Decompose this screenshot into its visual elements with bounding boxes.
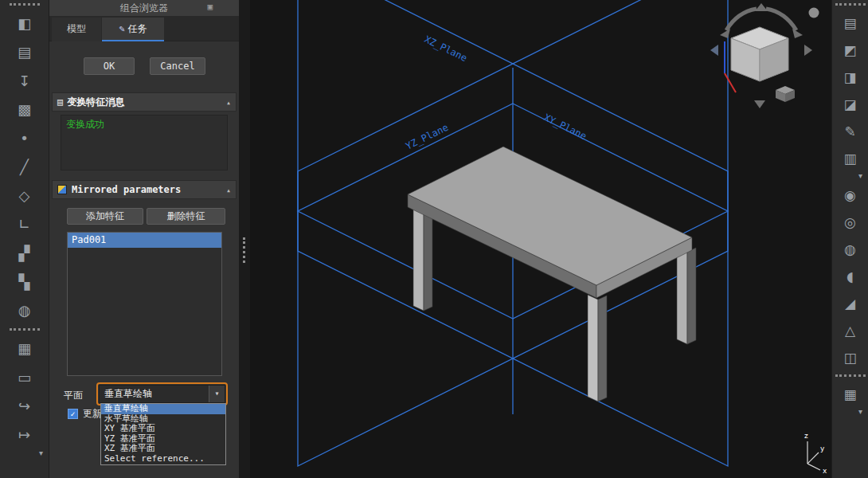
section-title: 变换特征消息 (67, 96, 124, 109)
fillet-icon[interactable]: ◖ (832, 268, 868, 285)
nav-down-arrow-icon[interactable] (754, 100, 765, 108)
feature-list[interactable]: Pad001 (67, 232, 222, 376)
point-icon[interactable]: • (0, 129, 49, 148)
plane-label-xy: XY_Plane (542, 112, 588, 142)
nav-settings-button[interactable] (809, 8, 819, 18)
axis-label-y: y (820, 445, 825, 453)
toolbar-grip[interactable] (835, 3, 866, 7)
table-leg-front-side[interactable] (598, 296, 607, 402)
dropdown-option-5[interactable]: Select reference... (101, 454, 225, 464)
hole-icon[interactable]: ◍ (832, 241, 868, 258)
polygon-icon[interactable]: ◇ (0, 186, 49, 206)
datum-box-icon[interactable]: ◩ (832, 41, 868, 59)
nav-up-arrow-icon[interactable] (755, 3, 768, 11)
draft-icon[interactable]: △ (832, 322, 868, 339)
plane-combobox[interactable]: 垂直草绘轴 ▾ (99, 385, 225, 403)
transform-message-box: 变换成功 (61, 115, 228, 170)
rotate-right-arrowhead-icon[interactable] (792, 29, 803, 38)
axis-label-z: z (804, 432, 808, 440)
transform-success-message: 变换成功 (66, 119, 104, 130)
export-icon[interactable]: ↦ (0, 425, 49, 445)
tab-task-label: 任务 (128, 23, 147, 34)
table-leg-right-side[interactable] (687, 248, 696, 344)
detach-panel-icon[interactable]: ▣ (207, 2, 213, 12)
toolbar-overflow-icon[interactable]: ▾ (0, 449, 49, 459)
workbench-cube-icon[interactable]: ◧ (0, 14, 49, 33)
add-feature-button[interactable]: 添加特征 (67, 208, 143, 225)
import-icon[interactable]: ↧ (0, 72, 49, 91)
toolbar-grip[interactable] (10, 328, 40, 332)
panel-tabs: 模型 ✎任务 (49, 16, 239, 41)
parts-box-icon[interactable]: ▦ (0, 339, 49, 358)
mirror-feature-icon[interactable]: ◫ (832, 349, 868, 366)
share-icon[interactable]: ↪ (0, 397, 49, 416)
right-toolbar: ▤ ◩ ◨ ◪ ✎ ▥ ▾ ◉ ◎ ◍ ◖ ◢ △ ◫ ▦ ▾ (831, 0, 868, 478)
mirrored-parameters-section-header[interactable]: Mirrored parameters ▴ (52, 180, 237, 199)
axis-triad (807, 441, 820, 470)
boolean-icon[interactable]: ▦ (832, 386, 868, 403)
dropdown-option-2[interactable]: XY 基准平面 (101, 424, 225, 434)
transform-message-section-header[interactable]: ▤ 变换特征消息 ▴ (52, 92, 237, 112)
rotate-right-arrow-icon[interactable] (766, 9, 796, 30)
table-leg-left[interactable] (413, 206, 424, 311)
plane-dropdown-popup: 垂直草绘轴 水平草绘轴 XY 基准平面 YZ 基准平面 XZ 基准平面 Sele… (100, 403, 226, 465)
shaded-face-icon[interactable]: ▞ (0, 244, 49, 263)
tab-model[interactable]: 模型 (52, 18, 101, 41)
edit-pencil-icon[interactable]: ✎ (832, 123, 868, 140)
nav-right-arrow-icon[interactable] (804, 45, 812, 56)
solid-box-icon[interactable]: ▩ (0, 100, 49, 120)
pocket-icon[interactable]: ◪ (832, 96, 868, 113)
dropdown-option-4[interactable]: XZ 基准平面 (101, 444, 225, 454)
toolbar-overflow-icon[interactable]: ▾ (832, 172, 868, 182)
wire-face-icon[interactable]: ▚ (0, 272, 49, 292)
plane-field-label: 平面 (64, 389, 83, 402)
3d-viewport[interactable]: XZ_Plane XY_Plane YZ_Plane (250, 0, 831, 478)
sketch-layers-icon[interactable]: ▤ (832, 14, 868, 32)
viewport-canvas[interactable]: XZ_Plane XY_Plane YZ_Plane (250, 0, 831, 478)
document-icon: ▤ (57, 96, 63, 108)
toolbar-grip[interactable] (10, 3, 40, 7)
dropdown-option-0[interactable]: 垂直草绘轴 (101, 404, 225, 414)
task-pencil-icon: ✎ (119, 23, 124, 34)
groove-icon[interactable]: ◎ (832, 214, 868, 231)
pad-icon[interactable]: ◨ (832, 69, 868, 86)
folder-icon[interactable]: ▭ (0, 368, 49, 387)
appearance-icon[interactable]: ◍ (0, 301, 49, 320)
body-icon[interactable]: ▥ (832, 150, 868, 167)
dropdown-option-3[interactable]: YZ 基准平面 (101, 434, 225, 445)
dropdown-option-1[interactable]: 水平草绘轴 (101, 414, 225, 425)
table-leg-front[interactable] (588, 295, 598, 402)
triad-x-line (807, 464, 820, 470)
navigation-cube[interactable] (710, 3, 819, 108)
panel-splitter[interactable] (239, 0, 250, 478)
nav-x-axis-line (725, 73, 736, 92)
mirror-icon (57, 185, 67, 194)
axis-label-x: x (823, 467, 827, 475)
update-view-checkbox[interactable]: ✓ (68, 409, 78, 419)
left-toolbar: ◧ ▤ ↧ ▩ • ╱ ◇ ∟ ▞ ▚ ◍ ▦ ▭ ↪ ↦ ▾ (0, 0, 49, 478)
plane-combobox-focus-ring: 垂直草绘轴 ▾ (96, 382, 228, 406)
table-leg-right[interactable] (677, 247, 687, 344)
sketch-sheet-icon[interactable]: ▤ (0, 43, 49, 62)
application-window: ◧ ▤ ↧ ▩ • ╱ ◇ ∟ ▞ ▚ ◍ ▦ ▭ ↪ ↦ ▾ 组合浏览器 ▣ … (0, 0, 868, 478)
line-icon[interactable]: ╱ (0, 158, 49, 177)
chevron-down-icon[interactable]: ▾ (209, 386, 225, 402)
remove-feature-button[interactable]: 删除特征 (147, 208, 225, 225)
table-model[interactable] (408, 147, 696, 402)
table-leg-left-side[interactable] (424, 206, 432, 311)
tab-task[interactable]: ✎任务 (102, 18, 164, 41)
toolbar-overflow-icon[interactable]: ▾ (832, 408, 868, 417)
nav-left-arrow-icon[interactable] (710, 45, 718, 56)
chamfer-icon[interactable]: ◢ (832, 295, 868, 312)
splitter-grip-icon[interactable] (243, 237, 245, 263)
toolbar-grip[interactable] (835, 374, 866, 378)
revolution-icon[interactable]: ◉ (832, 186, 868, 204)
rotate-left-arrow-icon[interactable] (726, 9, 757, 30)
ok-button[interactable]: OK (84, 57, 135, 75)
collapse-icon[interactable]: ▴ (226, 98, 231, 107)
cancel-button[interactable]: Cancel (150, 57, 205, 75)
collapse-icon[interactable]: ▴ (226, 186, 231, 194)
axis-icon[interactable]: ∟ (0, 215, 49, 234)
rotate-left-arrowhead-icon[interactable] (720, 29, 730, 38)
list-item-pad001[interactable]: Pad001 (68, 233, 221, 248)
